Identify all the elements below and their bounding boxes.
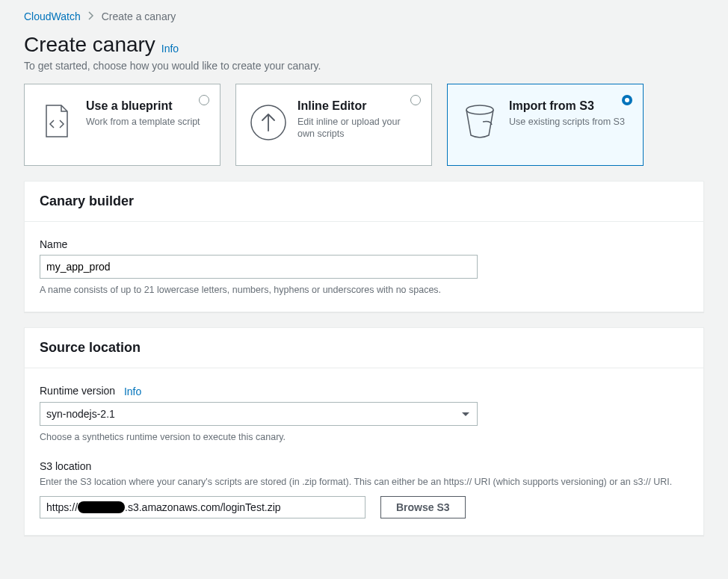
radio-icon bbox=[622, 95, 632, 105]
upload-icon bbox=[250, 104, 287, 141]
panel-title: Canary builder bbox=[25, 182, 703, 222]
runtime-select[interactable]: syn-nodejs-2.1 bbox=[40, 402, 478, 426]
s3-input-prefix: https:// bbox=[46, 501, 78, 513]
option-title: Use a blueprint bbox=[86, 99, 200, 113]
breadcrumb-root[interactable]: CloudWatch bbox=[24, 10, 81, 22]
option-desc: Use existing scripts from S3 bbox=[509, 116, 625, 128]
runtime-label: Runtime version bbox=[40, 385, 115, 397]
option-title: Import from S3 bbox=[509, 99, 625, 113]
creation-options: Use a blueprint Work from a template scr… bbox=[24, 84, 704, 166]
s3-location-input[interactable]: https://.s3.amazonaws.com/loginTest.zip bbox=[40, 496, 365, 518]
file-code-icon bbox=[38, 104, 75, 138]
option-desc: Work from a template script bbox=[86, 116, 200, 128]
runtime-value: syn-nodejs-2.1 bbox=[46, 408, 115, 420]
runtime-label-row: Runtime version Info bbox=[40, 385, 688, 397]
canary-builder-panel: Canary builder Name A name consists of u… bbox=[24, 181, 704, 312]
page-header: Create canary Info To get started, choos… bbox=[24, 33, 704, 72]
bucket-icon bbox=[461, 104, 499, 138]
name-helper: A name consists of up to 21 lowercase le… bbox=[40, 285, 688, 295]
option-import-s3[interactable]: Import from S3 Use existing scripts from… bbox=[447, 84, 644, 166]
option-desc: Edit inline or upload your own scripts bbox=[297, 116, 418, 140]
s3-input-suffix: .s3.amazonaws.com/loginTest.zip bbox=[125, 501, 281, 513]
browse-s3-button[interactable]: Browse S3 bbox=[380, 496, 466, 518]
runtime-info-link[interactable]: Info bbox=[124, 386, 141, 397]
breadcrumb-current: Create a canary bbox=[102, 10, 176, 22]
page-title: Create canary bbox=[24, 33, 155, 57]
redacted-text bbox=[78, 501, 125, 513]
s3-location-label: S3 location bbox=[40, 460, 688, 472]
chevron-right-icon bbox=[88, 10, 94, 22]
name-label: Name bbox=[40, 238, 688, 250]
svg-point-1 bbox=[466, 105, 493, 114]
s3-location-desc: Enter the S3 location where your canary'… bbox=[40, 477, 688, 487]
breadcrumb: CloudWatch Create a canary bbox=[24, 10, 704, 22]
info-link[interactable]: Info bbox=[161, 43, 179, 55]
runtime-helper: Choose a synthetics runtime version to e… bbox=[40, 432, 688, 442]
panel-title: Source location bbox=[25, 328, 703, 368]
radio-icon bbox=[410, 95, 421, 105]
page-subtitle: To get started, choose how you would lik… bbox=[24, 60, 704, 72]
radio-icon bbox=[199, 95, 209, 105]
option-title: Inline Editor bbox=[297, 99, 418, 113]
option-inline-editor[interactable]: Inline Editor Edit inline or upload your… bbox=[235, 84, 432, 166]
option-blueprint[interactable]: Use a blueprint Work from a template scr… bbox=[24, 84, 220, 166]
source-location-panel: Source location Runtime version Info syn… bbox=[24, 327, 704, 536]
canary-name-input[interactable] bbox=[40, 255, 478, 279]
